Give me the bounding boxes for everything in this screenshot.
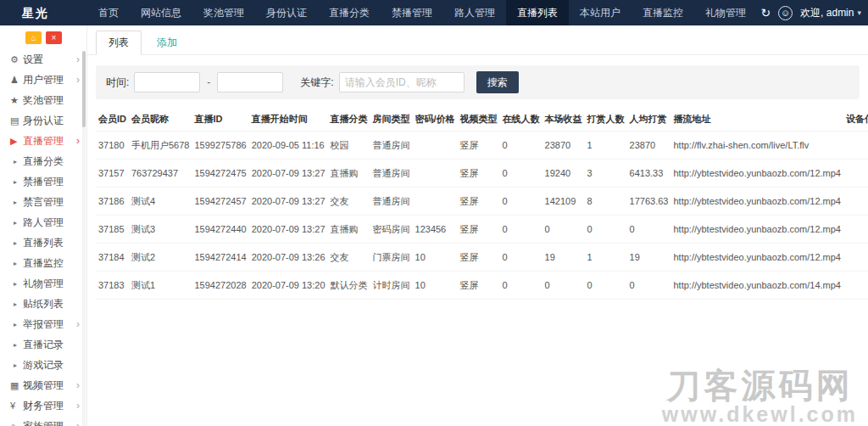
sidebar-item-ban-speech[interactable]: ▸ 禁言管理 bbox=[0, 192, 86, 212]
sidebar-item-label: 禁言管理 bbox=[23, 195, 80, 210]
cell-live-id: 1594272475 bbox=[192, 160, 248, 188]
keyword-label: 关键字: bbox=[300, 76, 333, 90]
chevron-right-icon: › bbox=[76, 379, 80, 391]
family-icon: ⌂ bbox=[10, 421, 23, 426]
tab-add[interactable]: 添加 bbox=[145, 31, 189, 54]
cell-device-info bbox=[843, 216, 868, 244]
sidebar-item-game-records[interactable]: ▸ 游戏记录 bbox=[0, 355, 86, 375]
table-header-row: 会员ID 会员昵称 直播ID 直播开始时间 直播分类 房间类型 密码/价格 视频… bbox=[96, 108, 868, 132]
scrollbar-thumb[interactable] bbox=[82, 51, 86, 127]
nav-item-prize-pool[interactable]: 奖池管理 bbox=[192, 0, 255, 25]
sidebar-item-user-management[interactable]: ♟ 用户管理 › bbox=[0, 70, 86, 90]
sidebar-item-video-management[interactable]: ▦ 视频管理 › bbox=[0, 375, 86, 395]
cell-video-type: 竖屏 bbox=[458, 216, 500, 244]
nav-item-live-category[interactable]: 直播分类 bbox=[318, 0, 381, 25]
sidebar: ⌂ × ⚙ 设置 › ♟ 用户管理 › ★ 奖池管理 ▤ 身份认证 ▶ 直播管理… bbox=[0, 25, 87, 426]
avatar-icon[interactable]: ☺ bbox=[778, 6, 793, 20]
quick-tag-row: ⌂ × bbox=[0, 25, 86, 49]
nav-item-ban-management[interactable]: 禁播管理 bbox=[381, 0, 443, 25]
sidebar-item-settings[interactable]: ⚙ 设置 › bbox=[0, 49, 86, 70]
cell-room-type: 计时房间 bbox=[370, 272, 413, 300]
cell-nickname: 测试2 bbox=[129, 244, 192, 272]
sidebar-item-live-category[interactable]: ▸ 直播分类 bbox=[0, 151, 86, 171]
cell-video-type: 竖屏 bbox=[458, 160, 500, 188]
sidebar-item-family-management[interactable]: ⌂ 家族管理 › bbox=[0, 416, 86, 426]
col-header: 密码/价格 bbox=[413, 108, 458, 132]
sidebar-item-passerby[interactable]: ▸ 路人管理 bbox=[0, 212, 86, 233]
time-start-input[interactable] bbox=[134, 72, 200, 92]
cell-member-id: 37183 bbox=[96, 272, 129, 300]
col-header: 会员昵称 bbox=[129, 108, 192, 132]
sidebar-item-label: 直播监控 bbox=[23, 256, 80, 271]
welcome-text: 欢迎, admin bbox=[800, 6, 854, 20]
cell-password-price bbox=[413, 132, 458, 160]
refresh-icon[interactable]: ↻ bbox=[760, 7, 771, 19]
col-header: 直播ID bbox=[192, 108, 248, 132]
keyword-input[interactable] bbox=[339, 72, 465, 92]
cell-device-info bbox=[843, 244, 868, 272]
sidebar-item-prize-pool[interactable]: ★ 奖池管理 bbox=[0, 90, 86, 110]
cell-device-info bbox=[843, 272, 868, 300]
time-separator: - bbox=[205, 76, 212, 88]
cell-start-time: 2020-07-09 13:20 bbox=[249, 272, 328, 300]
cell-room-type: 普通房间 bbox=[370, 188, 413, 216]
sidebar-item-live-list[interactable]: ▸ 直播列表 bbox=[0, 233, 86, 253]
nav-item-site-users[interactable]: 本站用户 bbox=[569, 0, 632, 25]
cell-start-time: 2020-07-09 13:26 bbox=[249, 244, 328, 272]
caret-right-icon: ▸ bbox=[14, 199, 23, 206]
sidebar-item-live-monitor[interactable]: ▸ 直播监控 bbox=[0, 253, 86, 273]
admin-dropdown[interactable]: 欢迎, admin ▾ bbox=[800, 6, 861, 20]
cell-start-time: 2020-07-09 13:27 bbox=[249, 188, 328, 216]
id-card-icon: ▤ bbox=[10, 115, 23, 126]
cell-member-id: 37185 bbox=[96, 216, 129, 244]
cell-member-id: 37157 bbox=[96, 160, 129, 188]
sidebar-item-live-management[interactable]: ▶ 直播管理 › bbox=[0, 131, 86, 151]
caret-right-icon: ▸ bbox=[14, 321, 23, 328]
time-end-input[interactable] bbox=[217, 72, 283, 92]
close-tag-button[interactable]: × bbox=[46, 31, 62, 44]
cell-member-id: 37186 bbox=[96, 188, 129, 216]
cell-reward-count: 1 bbox=[585, 132, 627, 160]
cell-video-type: 竖屏 bbox=[458, 244, 500, 272]
table-row: 37185 测试3 1594272440 2020-07-09 13:27 直播… bbox=[96, 216, 868, 244]
nav-item-site-info[interactable]: 网站信息 bbox=[130, 0, 192, 25]
nav-item-home[interactable]: 首页 bbox=[87, 0, 130, 25]
sidebar-item-sticker-list[interactable]: ▸ 贴纸列表 bbox=[0, 294, 86, 314]
sidebar-item-label: 财务管理 bbox=[23, 399, 76, 413]
caret-right-icon: ▸ bbox=[14, 219, 23, 227]
chevron-right-icon: › bbox=[76, 420, 80, 426]
chevron-right-icon: › bbox=[76, 400, 80, 412]
sidebar-item-ban-broadcast[interactable]: ▸ 禁播管理 bbox=[0, 171, 86, 192]
sidebar-item-finance-management[interactable]: ¥ 财务管理 › bbox=[0, 395, 86, 416]
cell-room-type: 普通房间 bbox=[370, 160, 413, 188]
sidebar-item-label: 直播记录 bbox=[23, 338, 80, 352]
col-header: 在线人数 bbox=[500, 108, 542, 132]
home-tag-button[interactable]: ⌂ bbox=[25, 31, 42, 44]
time-label: 时间: bbox=[106, 76, 129, 90]
cell-online-count: 0 bbox=[500, 244, 542, 272]
cell-avg-reward: 0 bbox=[627, 272, 671, 300]
cell-stream-url: http://ybtestvideo.yunbaozb.com/14.mp4 bbox=[670, 272, 843, 300]
tab-list[interactable]: 列表 bbox=[96, 31, 142, 55]
search-button[interactable]: 搜索 bbox=[476, 71, 519, 93]
sidebar-scrollbar[interactable] bbox=[82, 51, 86, 426]
col-header: 直播分类 bbox=[328, 108, 370, 132]
navbar-right: ↻ ☺ 欢迎, admin ▾ bbox=[760, 0, 861, 25]
video-icon: ▦ bbox=[10, 380, 23, 391]
nav-item-live-monitor[interactable]: 直播监控 bbox=[632, 0, 694, 25]
brand-logo[interactable]: 星光 bbox=[0, 0, 87, 25]
sidebar-item-live-records[interactable]: ▸ 直播记录 bbox=[0, 334, 86, 355]
sidebar-item-identity-auth[interactable]: ▤ 身份认证 bbox=[0, 110, 86, 131]
cell-reward-count: 3 bbox=[585, 160, 627, 188]
col-header: 房间类型 bbox=[370, 108, 413, 132]
sidebar-item-report-management[interactable]: ▸ 举报管理 › bbox=[0, 314, 86, 334]
nav-item-identity-auth[interactable]: 身份认证 bbox=[255, 0, 318, 25]
sidebar-item-gift-management[interactable]: ▸ 礼物管理 bbox=[0, 273, 86, 294]
nav-item-passerby[interactable]: 路人管理 bbox=[443, 0, 506, 25]
chevron-right-icon: › bbox=[76, 53, 80, 65]
nav-item-live-list[interactable]: 直播列表 bbox=[506, 0, 569, 25]
chevron-down-icon: ▾ bbox=[857, 8, 861, 17]
col-header: 播流地址 bbox=[670, 108, 843, 132]
nav-item-gift-management[interactable]: 礼物管理 bbox=[694, 0, 757, 25]
cell-earnings: 0 bbox=[542, 272, 585, 300]
